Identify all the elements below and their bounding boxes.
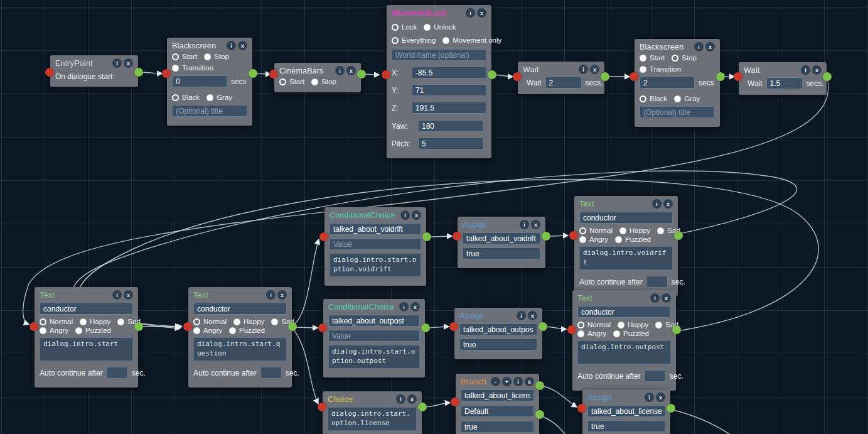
- radio-gray[interactable]: Gray: [674, 95, 700, 102]
- info-button[interactable]: i: [335, 66, 345, 75]
- input-port[interactable]: [318, 403, 326, 411]
- input-port[interactable]: [319, 232, 328, 241]
- radio-angry[interactable]: Angry: [40, 327, 68, 334]
- x-input[interactable]: [412, 67, 486, 79]
- radio-normal[interactable]: Normal: [40, 318, 73, 325]
- info-button[interactable]: i: [645, 393, 654, 402]
- close-button[interactable]: x: [407, 394, 417, 404]
- optional-title-input[interactable]: [172, 105, 247, 117]
- radio-start[interactable]: Start: [172, 53, 197, 60]
- info-button[interactable]: i: [801, 65, 810, 75]
- info-button[interactable]: i: [513, 377, 523, 386]
- info-button[interactable]: i: [650, 293, 660, 303]
- close-button[interactable]: x: [705, 42, 715, 52]
- input-port[interactable]: [45, 68, 54, 77]
- info-button[interactable]: i: [520, 220, 529, 229]
- info-button[interactable]: i: [517, 311, 526, 320]
- z-input[interactable]: [412, 102, 486, 114]
- node-text-voidrift[interactable]: Text i x Normal Happy Sad Angry Puzzled …: [574, 196, 678, 296]
- radio-stop[interactable]: Stop: [672, 54, 697, 62]
- remove-case-button[interactable]: -: [491, 377, 500, 386]
- close-button[interactable]: x: [124, 290, 133, 300]
- speaker-input[interactable]: [579, 212, 673, 224]
- output-port[interactable]: [421, 323, 430, 332]
- output-port[interactable]: [422, 232, 431, 241]
- close-button[interactable]: x: [124, 58, 133, 68]
- input-port[interactable]: [577, 404, 586, 413]
- output-port[interactable]: [538, 322, 547, 331]
- radio-movement-only[interactable]: Movement only: [442, 36, 501, 44]
- output-port[interactable]: [542, 232, 550, 241]
- output-port[interactable]: [488, 70, 496, 79]
- close-button[interactable]: x: [525, 377, 534, 386]
- variable-input[interactable]: [328, 315, 420, 327]
- output-port[interactable]: [823, 72, 832, 81]
- value-input[interactable]: [463, 247, 540, 259]
- close-button[interactable]: x: [238, 41, 247, 50]
- radio-lock[interactable]: Lock: [392, 23, 417, 31]
- close-button[interactable]: x: [412, 210, 421, 220]
- info-button[interactable]: i: [399, 302, 409, 312]
- node-blackscreen-2[interactable]: Blackscreen i x Start Stop Transition se…: [635, 39, 720, 127]
- radio-puzzled[interactable]: Puzzled: [615, 236, 651, 243]
- radio-happy[interactable]: Happy: [618, 321, 648, 328]
- input-port[interactable]: [567, 325, 576, 334]
- close-button[interactable]: x: [477, 8, 486, 18]
- speaker-input[interactable]: [193, 303, 287, 315]
- radio-normal[interactable]: Normal: [579, 227, 613, 234]
- close-button[interactable]: x: [656, 393, 665, 402]
- radio-angry[interactable]: Angry: [579, 236, 608, 243]
- dialog-key-field[interactable]: dialog.intro.start.option.license: [328, 407, 417, 431]
- y-input[interactable]: [412, 84, 486, 96]
- output-port[interactable]: [667, 404, 675, 413]
- close-button[interactable]: x: [663, 199, 673, 209]
- input-port[interactable]: [734, 72, 742, 81]
- case-value-input[interactable]: [461, 421, 534, 433]
- close-button[interactable]: x: [590, 65, 599, 74]
- info-button[interactable]: i: [227, 41, 236, 50]
- output-port-default[interactable]: [535, 381, 544, 390]
- node-cinemabars[interactable]: CinemaBars i x Start Stop: [274, 63, 361, 92]
- radio-puzzled[interactable]: Puzzled: [75, 327, 111, 334]
- input-port[interactable]: [29, 322, 38, 331]
- radio-angry[interactable]: Angry: [577, 330, 606, 337]
- input-port[interactable]: [318, 323, 327, 332]
- value-input[interactable]: [330, 238, 421, 250]
- radio-happy[interactable]: Happy: [619, 227, 650, 234]
- dialog-key-field[interactable]: dialog.intro.start: [40, 337, 133, 361]
- radio-happy[interactable]: Happy: [233, 318, 264, 325]
- node-wait-2[interactable]: Wait i x Wait secs.: [739, 62, 827, 95]
- speaker-input[interactable]: [40, 303, 133, 315]
- radio-transition[interactable]: Transition: [640, 65, 681, 73]
- variable-input[interactable]: [463, 232, 540, 244]
- dialog-key-field[interactable]: dialog.intro.outpost: [577, 340, 671, 364]
- radio-start[interactable]: Start: [279, 78, 304, 85]
- close-button[interactable]: x: [812, 65, 822, 75]
- info-button[interactable]: i: [112, 58, 122, 68]
- node-graph-canvas[interactable]: EntryPoint i x On dialogue start: Blacks…: [0, 0, 868, 434]
- secs-input[interactable]: [640, 77, 695, 89]
- dialog-key-field[interactable]: dialog.intro.start.option.voidrift: [330, 253, 421, 277]
- optional-title-input[interactable]: [640, 106, 715, 118]
- variable-input[interactable]: [461, 389, 534, 401]
- close-button[interactable]: x: [662, 293, 671, 303]
- close-button[interactable]: x: [346, 66, 356, 75]
- output-port[interactable]: [357, 70, 366, 79]
- input-port[interactable]: [513, 72, 522, 81]
- output-port[interactable]: [601, 72, 609, 81]
- output-port-case[interactable]: [535, 410, 544, 419]
- info-button[interactable]: i: [400, 210, 410, 220]
- close-button[interactable]: x: [531, 220, 540, 229]
- input-port[interactable]: [183, 322, 192, 331]
- value-input[interactable]: [328, 330, 420, 342]
- dialog-key-field[interactable]: dialog.intro.start.question: [193, 337, 287, 361]
- info-button[interactable]: i: [112, 290, 122, 300]
- node-assign-voidrift[interactable]: Assign i x: [458, 217, 545, 268]
- node-choice-license[interactable]: Choice i x dialog.intro.start.option.lic…: [323, 391, 422, 434]
- speaker-input[interactable]: [577, 306, 671, 318]
- radio-stop[interactable]: Stop: [204, 53, 229, 60]
- radio-black[interactable]: Black: [172, 94, 200, 101]
- close-button[interactable]: x: [277, 290, 287, 300]
- wait-secs-input[interactable]: [545, 77, 582, 89]
- close-button[interactable]: x: [528, 311, 537, 320]
